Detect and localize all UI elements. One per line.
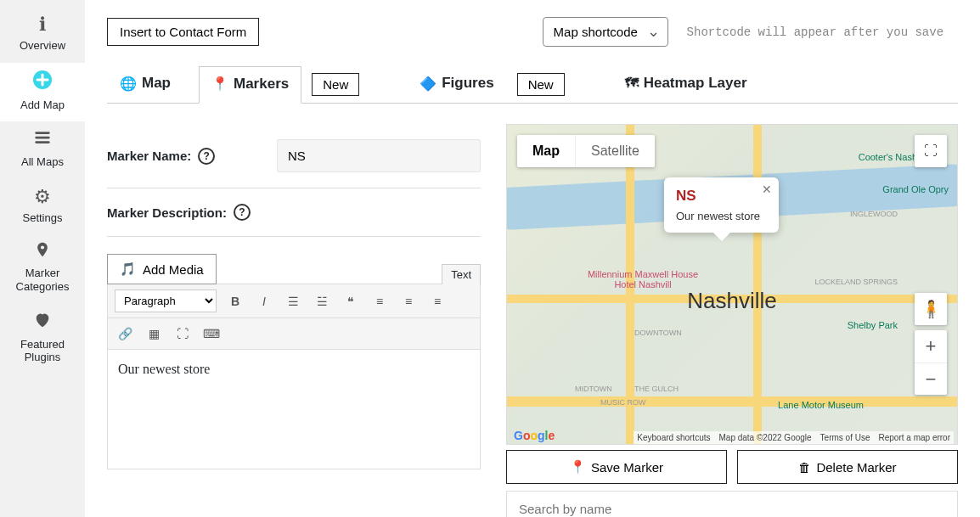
info-icon: ℹ: [39, 14, 46, 36]
shortcode-hint-input: [679, 19, 958, 46]
bold-button[interactable]: B: [225, 291, 245, 312]
report-error-link[interactable]: Report a map error: [879, 433, 950, 442]
plus-circle-icon: [32, 70, 53, 95]
info-window: ✕ NS Our newest store: [664, 177, 779, 233]
tab-label: Heatmap Layer: [644, 75, 747, 92]
help-icon[interactable]: ?: [198, 148, 215, 165]
rich-text-editor: Paragraph B I ☰ ☱ ❝ ≡ ≡ ≡ 🔗 ▦ ⛶ ⌨: [107, 284, 481, 469]
sidebar-item-label: Marker Categories: [3, 267, 82, 293]
music-note-icon: 🎵: [120, 261, 136, 277]
italic-button[interactable]: I: [254, 291, 274, 312]
shapes-icon: 🔷: [420, 76, 436, 92]
area-label: THE GULCH: [634, 385, 679, 393]
poi-label: Millennium Maxwell House Hotel Nashvill: [583, 269, 702, 289]
align-right-button[interactable]: ≡: [427, 291, 448, 312]
map-footer: Keyboard shortcuts Map data ©2022 Google…: [634, 431, 954, 444]
map-type-satellite-button[interactable]: Satellite: [575, 135, 655, 167]
map-icon: 🗺: [625, 76, 639, 91]
shortcode-select-wrap: Map shortcode: [543, 17, 668, 47]
close-icon[interactable]: ✕: [762, 183, 772, 196]
numbered-list-button[interactable]: ☱: [312, 291, 332, 312]
tab-figures[interactable]: 🔷 Figures: [407, 65, 506, 103]
save-marker-label: Save Marker: [591, 460, 663, 475]
add-media-label: Add Media: [143, 262, 204, 277]
map-data-label: Map data ©2022 Google: [718, 433, 811, 442]
keyboard-shortcuts-link[interactable]: Keyboard shortcuts: [637, 433, 710, 442]
delete-marker-label: Delete Marker: [816, 460, 896, 475]
sidebar-item-featured-plugins[interactable]: Featured Plugins: [0, 304, 85, 374]
sidebar-item-all-maps[interactable]: All Maps: [0, 121, 85, 179]
trash-icon: 🗑: [798, 460, 811, 475]
area-label: MIDTOWN: [575, 385, 612, 393]
info-window-description: Our newest store: [676, 210, 767, 222]
sidebar: ℹ Overview Add Map All Maps ⚙ Settings M…: [0, 0, 85, 517]
marker-description-label: Marker Description:: [107, 205, 227, 220]
delete-marker-button[interactable]: 🗑 Delete Marker: [737, 450, 958, 484]
tabs: 🌐 Map 📍 Markers New 🔷 Figures New 🗺 Heat…: [107, 65, 958, 104]
paragraph-select[interactable]: Paragraph: [115, 289, 217, 312]
list-icon: [33, 128, 52, 152]
map-type-map-button[interactable]: Map: [517, 135, 575, 167]
pegman-icon[interactable]: 🧍: [915, 293, 947, 325]
zoom-control: + −: [915, 330, 947, 395]
info-window-title: NS: [676, 188, 767, 205]
help-icon[interactable]: ?: [234, 204, 251, 221]
bullet-list-button[interactable]: ☰: [283, 291, 303, 312]
tab-heatmap[interactable]: 🗺 Heatmap Layer: [612, 65, 760, 103]
zoom-out-button[interactable]: −: [915, 362, 947, 395]
poi-label: Shelby Park: [848, 320, 898, 330]
fullscreen-icon[interactable]: ⛶: [915, 135, 947, 167]
tab-markers[interactable]: 📍 Markers: [199, 66, 301, 104]
editor-body[interactable]: Our newest store: [108, 350, 480, 469]
sidebar-item-overview[interactable]: ℹ Overview: [0, 7, 85, 63]
sidebar-item-label: Featured Plugins: [3, 338, 82, 364]
area-label: MUSIC ROW: [600, 398, 646, 407]
link-button[interactable]: 🔗: [115, 323, 135, 344]
sidebar-item-label: Overview: [20, 39, 65, 53]
shortcode-select[interactable]: Map shortcode: [543, 17, 668, 47]
pin-icon: 📍: [211, 76, 228, 92]
area-label: INGLEWOOD: [850, 210, 898, 218]
marker-name-input[interactable]: [277, 139, 481, 172]
tab-label: Figures: [442, 75, 493, 92]
insert-contact-form-button[interactable]: Insert to Contact Form: [107, 18, 259, 46]
keyboard-button[interactable]: ⌨: [201, 323, 222, 344]
sidebar-item-label: Add Map: [20, 98, 65, 112]
map-surface: Nashville Cooter's Nashville Grand Ole O…: [507, 125, 957, 444]
sidebar-item-settings[interactable]: ⚙ Settings: [0, 179, 85, 235]
globe-icon: 🌐: [120, 76, 137, 92]
quote-button[interactable]: ❝: [341, 291, 361, 312]
pin-icon: [34, 241, 51, 263]
add-media-button[interactable]: 🎵 Add Media: [107, 254, 217, 284]
city-label: Nashville: [687, 287, 777, 313]
pin-icon: 📍: [570, 459, 586, 475]
poi-label: Lane Motor Museum: [778, 400, 864, 410]
sidebar-item-add-map[interactable]: Add Map: [0, 63, 85, 122]
save-marker-button[interactable]: 📍 Save Marker: [506, 450, 727, 484]
area-label: LOCKELAND SPRINGS: [814, 278, 898, 286]
fullscreen-button[interactable]: ⛶: [172, 323, 193, 344]
editor-text-tab[interactable]: Text: [442, 264, 481, 284]
align-left-button[interactable]: ≡: [369, 291, 390, 312]
area-label: DOWNTOWN: [634, 329, 682, 337]
terms-link[interactable]: Terms of Use: [820, 433, 870, 442]
align-center-button[interactable]: ≡: [398, 291, 419, 312]
tab-label: Markers: [234, 76, 289, 93]
svg-point-1: [41, 246, 44, 250]
zoom-in-button[interactable]: +: [915, 330, 947, 362]
sidebar-item-marker-categories[interactable]: Marker Categories: [0, 234, 85, 303]
new-marker-button[interactable]: New: [312, 73, 359, 96]
map-canvas[interactable]: Nashville Cooter's Nashville Grand Ole O…: [506, 124, 958, 445]
marker-name-label: Marker Name:: [107, 149, 191, 163]
new-figure-button[interactable]: New: [517, 73, 565, 96]
tab-map[interactable]: 🌐 Map: [107, 65, 183, 103]
poi-label: Grand Ole Opry: [882, 184, 949, 194]
map-type-control: Map Satellite: [517, 135, 655, 167]
sidebar-item-label: All Maps: [21, 155, 64, 169]
google-logo: Google: [514, 429, 555, 442]
insert-button[interactable]: ▦: [144, 323, 164, 344]
heart-icon: [33, 311, 52, 334]
gear-icon: ⚙: [34, 186, 51, 208]
tab-label: Map: [142, 75, 171, 92]
search-input[interactable]: [506, 491, 958, 517]
